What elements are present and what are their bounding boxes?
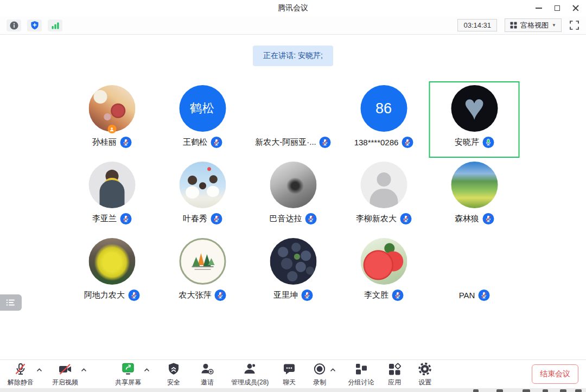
shield-plus-icon: [30, 21, 40, 30]
security-button[interactable]: 安全: [166, 362, 181, 387]
avatar: [270, 85, 316, 132]
bottom-toolbar: 解除静音 开启视频: [0, 359, 586, 388]
participant-tile[interactable]: 叶春秀: [157, 158, 248, 234]
avatar: [88, 238, 135, 285]
participant-tile[interactable]: 孙桂丽: [67, 81, 157, 158]
toolbar-item-label: 聊天: [283, 378, 296, 387]
start-video-button[interactable]: 开启视频: [52, 362, 78, 387]
invite-button[interactable]: 邀请: [200, 362, 215, 387]
participant-name: 森林狼: [455, 214, 479, 224]
apps-button[interactable]: 应用: [387, 362, 402, 387]
participant-name: 阿地力农大: [84, 290, 125, 300]
window-titlebar: 腾讯会议: [0, 0, 586, 16]
participant-tile[interactable]: 鹤松 王鹤松: [157, 81, 248, 158]
chevron-up-icon: [81, 368, 87, 372]
background-window-strip: [0, 388, 586, 392]
participant-name: 李亚兰: [92, 214, 117, 224]
participant-tile[interactable]: 李柳新农大: [339, 158, 429, 234]
share-options-chevron[interactable]: [144, 368, 150, 372]
toolbar-item-label: 邀请: [201, 378, 214, 387]
network-quality-button[interactable]: [48, 20, 62, 31]
info-icon: [9, 21, 19, 30]
fullscreen-button[interactable]: [569, 20, 579, 30]
participant-tile[interactable]: 新农大-阿丽亚·...: [248, 81, 339, 158]
breakout-rooms-icon: [353, 362, 368, 377]
toolbar-item-label: 设置: [418, 378, 431, 387]
toolbar-item-label: 管理成员(28): [231, 378, 269, 387]
speaking-banner: 正在讲话: 安晓芹;: [253, 46, 333, 66]
participant-tile[interactable]: 巴音达拉: [248, 158, 339, 234]
avatar: [179, 162, 226, 208]
participant-name: 安晓芹: [455, 137, 479, 147]
participant-tile[interactable]: 李文胜: [339, 234, 429, 311]
toolbar-item-label: 解除静音: [8, 378, 34, 387]
mic-muted-icon: [482, 213, 494, 224]
chat-bubble-icon: [282, 362, 297, 377]
agenda-panel-toggle[interactable]: [0, 294, 22, 311]
chevron-up-icon: [144, 368, 150, 372]
participant-tile[interactable]: PAN: [429, 234, 520, 311]
unmute-button[interactable]: 解除静音: [8, 362, 34, 387]
avatar: [360, 238, 407, 285]
view-switch-button[interactable]: 宫格视图 ▼: [505, 18, 562, 32]
record-options-chevron[interactable]: [330, 368, 336, 372]
participant-name: 巴音达拉: [270, 214, 302, 224]
chevron-up-icon: [36, 368, 42, 372]
participant-name: 叶春秀: [183, 214, 207, 224]
mic-muted-icon: [478, 290, 489, 301]
breakout-rooms-button[interactable]: 分组讨论: [348, 362, 374, 387]
mic-muted-icon: [211, 137, 222, 148]
apps-icon: [387, 362, 402, 377]
participant-tile-active-speaker[interactable]: ♥ 安晓芹: [429, 81, 520, 158]
close-icon: [572, 5, 579, 11]
avatar: [88, 162, 135, 208]
record-button[interactable]: 录制: [312, 362, 327, 387]
record-icon: [312, 362, 327, 377]
avatar: [270, 162, 316, 208]
participant-name: 农大张萍: [179, 290, 212, 300]
chat-button[interactable]: 聊天: [282, 362, 297, 387]
avatar-college-logo: [179, 238, 226, 285]
participant-name: 李文胜: [364, 290, 388, 300]
camera-off-icon: [58, 362, 73, 377]
avatar-initials: 鹤松: [190, 100, 215, 117]
fullscreen-icon: [569, 20, 579, 30]
settings-button[interactable]: 设置: [417, 362, 432, 387]
participant-name: 孙桂丽: [92, 137, 117, 147]
unmute-options-chevron[interactable]: [36, 368, 42, 372]
participant-tile[interactable]: 农大张萍: [157, 234, 248, 311]
participant-tile[interactable]: 森林狼: [429, 158, 520, 234]
mic-muted-icon: [301, 290, 313, 301]
end-meeting-button[interactable]: 结束会议: [532, 364, 578, 384]
close-button[interactable]: [566, 0, 585, 16]
participant-name: 138****0286: [354, 138, 399, 147]
maximize-button[interactable]: [548, 0, 566, 16]
minimize-icon: [536, 8, 542, 9]
participant-name: 王鹤松: [183, 137, 207, 147]
manage-members-button[interactable]: 管理成员(28): [231, 362, 269, 387]
mic-muted-icon: [120, 213, 131, 224]
minimize-button[interactable]: [530, 0, 548, 16]
video-options-chevron[interactable]: [81, 368, 87, 372]
invite-person-icon: [200, 362, 215, 377]
participant-tile[interactable]: 86 138****0286: [339, 81, 429, 158]
mic-muted-icon: [128, 290, 139, 301]
top-toolbar-left: [7, 20, 62, 31]
top-toolbar: 03:14:31 宫格视图 ▼: [0, 16, 586, 35]
mic-muted-icon: [400, 213, 411, 224]
chevron-up-icon: [330, 368, 336, 372]
window-controls: [530, 0, 585, 16]
trees-logo-icon: [187, 246, 218, 277]
meeting-protect-button[interactable]: [27, 20, 42, 31]
participant-tile[interactable]: 阿地力农大: [67, 234, 157, 311]
participant-tile[interactable]: 李亚兰: [67, 158, 157, 234]
window-title: 腾讯会议: [278, 3, 308, 13]
share-screen-button[interactable]: 共享屏幕: [115, 362, 141, 387]
meeting-info-button[interactable]: [7, 20, 21, 31]
top-toolbar-right: 03:14:31 宫格视图 ▼: [457, 18, 579, 32]
avatar: 86: [360, 85, 407, 132]
mic-muted-icon: [120, 137, 131, 148]
participant-name: 李柳新农大: [356, 214, 397, 224]
toolbar-item-label: 共享屏幕: [115, 378, 141, 387]
participant-tile[interactable]: 亚里坤: [248, 234, 339, 311]
